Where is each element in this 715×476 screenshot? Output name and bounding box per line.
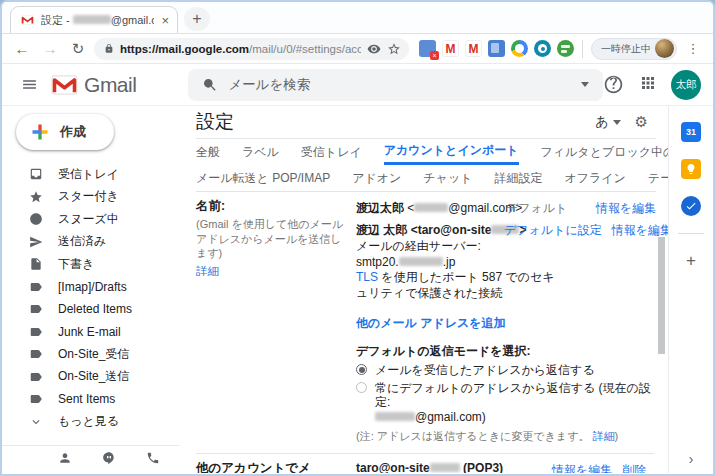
hangouts-icon[interactable] xyxy=(102,451,116,469)
inbox-icon xyxy=(28,167,43,182)
reply-option-received-address[interactable]: メールを受信したアドレスから返信する xyxy=(356,363,654,378)
sidebar-item-snoozed[interactable]: スヌーズ中 xyxy=(2,208,180,231)
tab-forwarding-pop-imap[interactable]: メール転送と POP/IMAP xyxy=(196,165,330,191)
sidebar-item-sent[interactable]: 送信済み xyxy=(2,231,180,254)
name-details-link[interactable]: 詳細 xyxy=(196,265,219,277)
label-icon xyxy=(28,324,43,339)
sidebar-item-more[interactable]: もっと見る xyxy=(2,411,180,434)
browser-profile-avatar xyxy=(655,39,674,58)
tab-offline[interactable]: オフライン xyxy=(564,165,625,191)
delete-link[interactable]: 削除 xyxy=(622,462,646,473)
gmail-logo[interactable]: Gmail xyxy=(51,73,136,97)
sidebar-item-imap-drafts[interactable]: [Imap]/Drafts xyxy=(2,276,180,299)
sidebar-item-inbox[interactable]: 受信トレイ xyxy=(2,163,180,186)
tab-accounts-import[interactable]: アカウントとインポート xyxy=(384,139,519,165)
sidebar-item-onsite-soushin[interactable]: On-Site_送信 xyxy=(2,366,180,389)
tasks-icon[interactable] xyxy=(681,196,701,216)
edit-info-link[interactable]: 情報を編集 xyxy=(552,462,612,473)
new-tab-button[interactable]: + xyxy=(184,7,210,31)
sync-paused-badge[interactable]: 一時停止中 xyxy=(591,38,677,60)
tab-filters-blocked[interactable]: フィルタとブロック中のアドレス xyxy=(541,139,669,165)
tab-general[interactable]: 全般 xyxy=(196,139,220,165)
header-actions: 太郎 xyxy=(603,70,701,100)
apps-grid-icon[interactable] xyxy=(639,74,657,96)
sidebar-item-junk-email[interactable]: Junk E-mail xyxy=(2,321,180,344)
main-menu-icon[interactable] xyxy=(10,65,49,105)
redacted-text xyxy=(399,257,443,266)
settings-main: 設定 あ ⚙ 全般 ラベル 受信トレイ アカウントとインポート フィルタとブロッ… xyxy=(180,106,668,473)
address-bar[interactable]: https://mail.google.com/mail/u/0/#settin… xyxy=(94,38,409,60)
extension-icon[interactable] xyxy=(511,40,528,57)
tab-addons[interactable]: アドオン xyxy=(352,165,401,191)
sidebar-item-onsite-jushin[interactable]: On-Site_受信 xyxy=(2,343,180,366)
back-button[interactable]: ← xyxy=(10,37,34,61)
bookmark-star-icon[interactable] xyxy=(387,42,401,56)
extension-icon[interactable]: × xyxy=(419,40,436,57)
tab-inbox[interactable]: 受信トレイ xyxy=(301,139,362,165)
tab-advanced[interactable]: 詳細設定 xyxy=(494,165,542,191)
reload-button[interactable]: ↻ xyxy=(66,37,90,61)
reply-option-default-address[interactable]: 常にデフォルトのアドレスから返信する (現在の設定:@gmail.com) xyxy=(356,381,654,425)
sidebar-nav: 受信トレイ スター付き スヌーズ中 送信済み 下書き xyxy=(2,163,180,433)
gmail-logo-text: Gmail xyxy=(84,73,136,97)
make-default-link[interactable]: デフォルトに設定 xyxy=(504,221,602,239)
draft-icon xyxy=(28,257,43,272)
extension-icon[interactable] xyxy=(557,40,574,57)
settings-tabs-row2: メール転送と POP/IMAP アドオン チャット 詳細設定 オフライン テーマ xyxy=(196,165,656,191)
sidebar-item-starred[interactable]: スター付き xyxy=(2,186,180,209)
extension-icon[interactable] xyxy=(488,40,505,57)
compose-button[interactable]: 作成 xyxy=(16,114,114,150)
sidebar-item-sent-items[interactable]: Sent Items xyxy=(2,388,180,411)
side-panel: 31 + › xyxy=(668,106,713,473)
page-title: 設定 xyxy=(196,109,234,135)
note-details-link[interactable]: 詳細 xyxy=(592,430,614,442)
account-row-onsite: 渡辺 太郎 <taro@on-site> デフォルトに設定 情報を編集 削除 メ… xyxy=(356,221,654,301)
phone-icon[interactable] xyxy=(146,451,160,469)
tls-link[interactable]: TLS xyxy=(356,270,378,284)
browser-window: 設定 - @gmail.com × + ← → ↻ https://mail.g… xyxy=(0,0,715,476)
search-box[interactable] xyxy=(188,69,603,101)
tab-title: 設定 - @gmail.com xyxy=(41,13,154,28)
gear-icon[interactable]: ⚙ xyxy=(635,113,648,131)
browser-tab[interactable]: 設定 - @gmail.com × xyxy=(10,6,178,33)
help-icon[interactable] xyxy=(603,74,625,96)
clock-icon xyxy=(28,212,43,227)
extension-icon-gmail[interactable]: M xyxy=(442,40,459,57)
preview-eye-icon[interactable] xyxy=(367,42,381,56)
scrollbar-thumb[interactable] xyxy=(658,237,665,354)
collapse-side-panel-icon[interactable]: › xyxy=(669,451,713,467)
radio-unselected-icon[interactable] xyxy=(356,382,367,393)
redacted-text xyxy=(414,203,448,212)
extension-icon-gmail-checker[interactable]: M xyxy=(465,40,482,57)
browser-menu-icon[interactable]: ⋮ xyxy=(681,37,705,61)
account-avatar[interactable]: 太郎 xyxy=(671,70,701,100)
extension-icon[interactable] xyxy=(534,40,551,57)
reply-mode-label: デフォルトの返信モードを選択: xyxy=(356,343,654,360)
sidebar-item-drafts[interactable]: 下書き xyxy=(2,253,180,276)
chevron-down-icon xyxy=(28,414,43,429)
search-icon[interactable] xyxy=(202,77,218,93)
star-icon xyxy=(28,189,43,204)
calendar-icon[interactable]: 31 xyxy=(681,122,701,142)
sidebar-item-deleted-items[interactable]: Deleted Items xyxy=(2,298,180,321)
add-email-address-link[interactable]: 他のメール アドレスを追加 xyxy=(356,315,506,332)
tab-chat[interactable]: チャット xyxy=(423,165,472,191)
add-addon-icon[interactable]: + xyxy=(686,251,696,271)
edit-info-link[interactable]: 情報を編集 xyxy=(596,199,656,217)
input-tools-toggle[interactable]: あ xyxy=(595,113,620,131)
reply-mode-note: (注: アドレスは返信するときに変更できます。 詳細) xyxy=(356,429,654,444)
radio-selected-icon[interactable] xyxy=(356,364,367,375)
profile-icon[interactable] xyxy=(58,451,72,469)
search-options-chevron-icon[interactable] xyxy=(581,82,589,87)
gmail-favicon xyxy=(21,15,34,25)
search-input[interactable] xyxy=(228,77,571,92)
browser-tab-strip: 設定 - @gmail.com × + xyxy=(2,2,713,34)
gmail-header: Gmail 太郎 xyxy=(2,64,713,106)
label-icon xyxy=(28,302,43,317)
forward-button[interactable]: → xyxy=(38,37,62,61)
close-tab-icon[interactable]: × xyxy=(161,14,169,27)
toolbar-divider xyxy=(582,40,583,58)
tab-themes[interactable]: テーマ xyxy=(648,165,668,191)
tab-labels[interactable]: ラベル xyxy=(242,139,279,165)
keep-icon[interactable] xyxy=(681,159,701,179)
